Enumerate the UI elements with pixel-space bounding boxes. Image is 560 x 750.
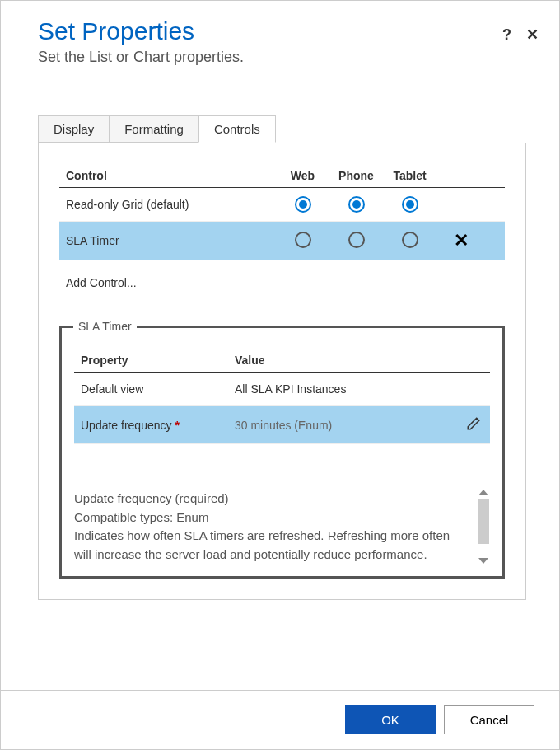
- scroll-thumb[interactable]: [478, 499, 489, 544]
- dialog-subtitle: Set the List or Chart properties.: [38, 49, 534, 66]
- control-name: SLA Timer: [66, 234, 276, 247]
- radio-phone[interactable]: [329, 232, 383, 251]
- property-name: Update frequency *: [74, 419, 235, 432]
- control-row-sla-timer[interactable]: SLA Timer ✕: [59, 222, 505, 260]
- help-icon[interactable]: ?: [502, 26, 511, 44]
- cancel-button[interactable]: Cancel: [444, 705, 534, 734]
- tabstrip: Display Formatting Controls: [38, 115, 526, 143]
- header-property: Property: [74, 354, 235, 367]
- header-web: Web: [276, 169, 329, 182]
- header-actions: ? ✕: [502, 26, 539, 44]
- tab-display[interactable]: Display: [38, 115, 110, 143]
- property-value: All SLA KPI Instances: [235, 382, 457, 396]
- controls-table-header: Control Web Phone Tablet: [59, 164, 505, 188]
- dialog-header: Set Properties Set the List or Chart pro…: [1, 1, 559, 66]
- property-description-area: Update frequency (required) Compatible t…: [74, 490, 490, 564]
- header-phone: Phone: [329, 169, 383, 182]
- header-tablet: Tablet: [383, 169, 436, 182]
- ok-button[interactable]: OK: [345, 705, 436, 734]
- header-delete: [436, 169, 486, 182]
- sla-timer-fieldset: SLA Timer Property Value Default view Al…: [59, 326, 505, 579]
- fieldset-legend: SLA Timer: [73, 320, 137, 333]
- dialog-title: Set Properties: [38, 17, 534, 45]
- header-value: Value: [235, 354, 457, 367]
- header-control: Control: [66, 169, 276, 182]
- delete-control-button[interactable]: ✕: [436, 230, 486, 251]
- radio-phone[interactable]: [329, 196, 383, 213]
- desc-line3: Indicates how often SLA timers are refre…: [74, 527, 470, 564]
- property-name: Default view: [74, 382, 235, 396]
- tab-formatting[interactable]: Formatting: [109, 115, 199, 143]
- set-properties-dialog: Set Properties Set the List or Chart pro…: [0, 0, 560, 750]
- radio-tablet[interactable]: [383, 232, 436, 251]
- radio-web[interactable]: [276, 196, 329, 213]
- desc-line1: Update frequency (required): [74, 490, 470, 509]
- delete-icon: ✕: [454, 230, 469, 251]
- required-star-icon: *: [175, 419, 179, 432]
- property-description: Update frequency (required) Compatible t…: [74, 490, 470, 564]
- property-row-update-frequency[interactable]: Update frequency * 30 minutes (Enum): [74, 406, 490, 444]
- add-control-link[interactable]: Add Control...: [66, 276, 137, 289]
- control-name: Read-only Grid (default): [66, 198, 276, 211]
- pencil-icon: [466, 416, 481, 431]
- desc-line2: Compatible types: Enum: [74, 509, 470, 527]
- description-scrollbar[interactable]: [477, 490, 490, 564]
- radio-web[interactable]: [276, 232, 329, 251]
- tab-content: Control Web Phone Tablet Read-only Grid …: [38, 143, 526, 600]
- radio-tablet[interactable]: [383, 196, 436, 213]
- dialog-footer: OK Cancel: [1, 690, 559, 749]
- edit-property-button[interactable]: [457, 416, 490, 434]
- control-row-readonly-grid[interactable]: Read-only Grid (default): [59, 188, 505, 222]
- close-icon[interactable]: ✕: [526, 26, 539, 44]
- dialog-body: Display Formatting Controls Control Web …: [1, 66, 559, 690]
- scroll-down-icon[interactable]: [478, 558, 488, 564]
- tab-controls[interactable]: Controls: [198, 115, 276, 143]
- scroll-up-icon[interactable]: [478, 490, 488, 495]
- property-label: Update frequency: [81, 419, 172, 432]
- property-value: 30 minutes (Enum): [235, 419, 457, 432]
- property-row-default-view[interactable]: Default view All SLA KPI Instances: [74, 373, 490, 406]
- props-table-header: Property Value: [74, 349, 490, 373]
